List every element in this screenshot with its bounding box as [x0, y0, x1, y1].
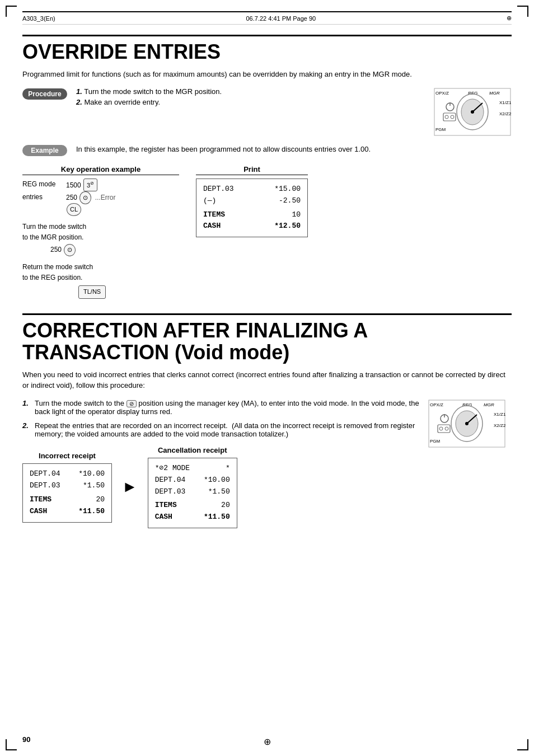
- section2-left: 1. Turn the mode switch to the ⊘ positio…: [22, 399, 422, 528]
- ir-row4: CASH *11.50: [30, 506, 105, 518]
- example-text: In this example, the register has been p…: [76, 144, 512, 155]
- header-bar: A303_3(En) 06.7.22 4:41 PM Page 90 ⊕: [22, 11, 512, 25]
- step2-text: Make an override entry.: [84, 98, 160, 106]
- step1-text: Turn the mode switch to the MGR position…: [84, 87, 222, 96]
- ir1-val: *10.00: [78, 468, 105, 480]
- section1-title: OVERRIDE ENTRIES: [22, 41, 512, 63]
- cr-row1: DEPT.04 *10.00: [155, 475, 230, 486]
- cr4-val: *11.50: [204, 511, 230, 523]
- reg-mode-label: REG mode: [22, 179, 62, 190]
- receipt-row-1: DEPT.03 *15.00: [203, 184, 301, 195]
- cr-row0: *⊘2 MODE *: [155, 463, 230, 475]
- svg-text:REG: REG: [462, 402, 472, 407]
- print-col: Print DEPT.03 *15.00 (—) -2.50 ITEMS 10: [196, 165, 308, 237]
- procedure-row: Procedure 1. Turn the mode switch to the…: [22, 87, 512, 138]
- error-note: ...Error: [95, 194, 116, 201]
- header-right: ⊕: [507, 15, 512, 22]
- return-switch-text1: Return the mode switch: [22, 262, 179, 273]
- procedure-badge: Procedure: [22, 88, 67, 100]
- s2-step1-text: Turn the mode switch to the ⊘ position u…: [35, 399, 422, 416]
- key-3: 3⊘: [83, 179, 97, 191]
- ir-row3: ITEMS 20: [30, 494, 105, 506]
- svg-text:PGM: PGM: [430, 439, 441, 444]
- receipt-row-2: (—) -2.50: [203, 195, 301, 207]
- key-op-row-cl: CL: [22, 203, 179, 216]
- r1-val: *15.00: [274, 184, 301, 195]
- cancellation-receipt: *⊘2 MODE * DEPT.04 *10.00 DEPT.03 *1.50: [148, 458, 237, 528]
- ir2-label: DEPT.03: [30, 480, 60, 492]
- section2-title: CORRECTION AFTER FINALIZING A TRANSACTIO…: [22, 320, 512, 364]
- example-badge: Example: [22, 145, 67, 156]
- entries-label: entries: [22, 191, 62, 203]
- return-switch-block: Return the mode switch to the REG positi…: [22, 262, 179, 299]
- ir3-val: 20: [96, 494, 105, 506]
- s2-step2: 2. Repeat the entries that are recorded …: [22, 421, 422, 438]
- turn-switch-value: 250: [50, 246, 62, 253]
- incorrect-receipt: DEPT.04 *10.00 DEPT.03 *1.50 ITEMS 20: [22, 463, 112, 522]
- cr0-val: *: [226, 463, 230, 475]
- r2-val: -2.50: [279, 195, 301, 207]
- print-receipt: DEPT.03 *15.00 (—) -2.50 ITEMS 10 CASH: [196, 179, 308, 237]
- key-op-header: Key operation example: [22, 165, 179, 175]
- section2-divider: [22, 313, 512, 315]
- tl-ns-button: TL/NS: [78, 285, 106, 299]
- header-left: A303_3(En): [22, 15, 55, 22]
- cr1-label: DEPT.04: [155, 475, 186, 486]
- r3-val: 10: [292, 209, 301, 221]
- mode-switch-svg1: REG MGR X1/Z1 X2/Z2 OPX/Z: [433, 87, 512, 137]
- procedure-steps-area: 1. Turn the mode switch to the MGR posit…: [76, 87, 512, 138]
- cancellation-receipt-header: Cancellation receipt: [158, 446, 227, 454]
- svg-text:X2/Z2: X2/Z2: [494, 423, 506, 428]
- key-circle-1: ⊙: [79, 191, 91, 204]
- cr-row4: CASH *11.50: [155, 511, 230, 523]
- receipt-row-4: CASH *12.50: [203, 220, 301, 232]
- r4-val: *12.50: [274, 220, 301, 232]
- ir1-label: DEPT.04: [30, 468, 60, 480]
- turn-switch-text1: Turn the mode switch: [22, 222, 179, 232]
- page-number: 90: [22, 735, 30, 744]
- cr4-label: CASH: [155, 511, 172, 523]
- r1-label: DEPT.03: [203, 184, 234, 195]
- step2: 2. Make an override entry.: [76, 98, 222, 106]
- receipt-arrow: ►: [122, 478, 138, 496]
- tl-ns-row: TL/NS: [22, 285, 179, 299]
- s2-step2-num: 2.: [22, 421, 31, 430]
- section2-steps: 1. Turn the mode switch to the ⊘ positio…: [22, 399, 422, 438]
- ir4-val: *11.50: [78, 506, 105, 518]
- print-header: Print: [196, 165, 308, 175]
- section2-content: 1. Turn the mode switch to the ⊘ positio…: [22, 399, 512, 528]
- ir-row1: DEPT.04 *10.00: [30, 468, 105, 480]
- cr-row2: DEPT.03 *1.50: [155, 486, 230, 498]
- svg-point-9: [471, 110, 474, 114]
- cr3-val: 20: [221, 500, 230, 511]
- cr2-label: DEPT.03: [155, 486, 186, 498]
- receipt-row-3: ITEMS 10: [203, 209, 301, 221]
- cancellation-receipt-wrap: Cancellation receipt *⊘2 MODE * DEPT.04 …: [148, 446, 237, 528]
- key-op-rows: REG mode 1500 3⊘ entries 250 ⊙ ...Error: [22, 179, 179, 216]
- cr2-val: *1.50: [208, 486, 230, 498]
- step1-num: 1.: [76, 87, 82, 96]
- procedure-content: 1. Turn the mode switch to the MGR posit…: [76, 87, 512, 138]
- cr1-val: *10.00: [204, 475, 230, 486]
- svg-text:OPX/Z: OPX/Z: [430, 402, 443, 407]
- section2: CORRECTION AFTER FINALIZING A TRANSACTIO…: [22, 313, 512, 528]
- s2-step1: 1. Turn the mode switch to the ⊘ positio…: [22, 399, 422, 416]
- ir3-label: ITEMS: [30, 494, 51, 506]
- step1: 1. Turn the mode switch to the MGR posit…: [76, 87, 222, 96]
- key-cl: CL: [67, 203, 81, 216]
- ir2-val: *1.50: [83, 480, 105, 492]
- example-row: Example In this example, the register ha…: [22, 144, 512, 156]
- svg-point-25: [465, 422, 469, 425]
- header-middle: 06.7.22 4:41 PM Page 90: [246, 15, 316, 22]
- return-switch-text2: to the REG position.: [22, 273, 179, 283]
- void-mode-icon: ⊘: [127, 400, 137, 407]
- procedure-steps: 1. Turn the mode switch to the MGR posit…: [76, 87, 222, 138]
- svg-text:X1/Z1: X1/Z1: [499, 100, 512, 105]
- receipt-pair: Incorrect receipt DEPT.04 *10.00 DEPT.03…: [22, 446, 422, 528]
- key-op-row-1: REG mode 1500 3⊘: [22, 179, 179, 191]
- bottom-crosshair: ⊕: [264, 736, 271, 747]
- incorrect-receipt-header: Incorrect receipt: [39, 452, 96, 460]
- turn-switch-block: Turn the mode switch to the MGR position…: [22, 222, 179, 256]
- svg-text:MGR: MGR: [489, 91, 500, 96]
- cr-row3: ITEMS 20: [155, 500, 230, 511]
